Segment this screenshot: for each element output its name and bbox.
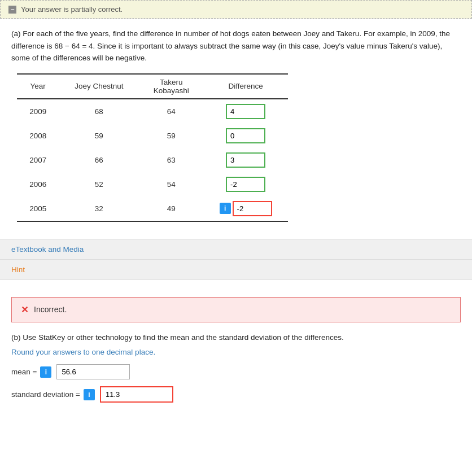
partial-correct-text: Your answer is partially correct. xyxy=(21,5,123,14)
cell-year: 2009 xyxy=(17,99,59,124)
table-row: 20065254 xyxy=(17,172,288,196)
cell-diff xyxy=(203,172,288,196)
section-a-instruction: (a) For each of the five years, find the… xyxy=(11,28,461,64)
cell-takeru: 59 xyxy=(139,124,203,148)
col-header-takeru: TakeruKobayashi xyxy=(139,74,203,99)
mean-label: mean = xyxy=(11,368,37,376)
diff-input-2007[interactable] xyxy=(226,152,265,168)
minus-icon: − xyxy=(8,6,16,14)
sd-input[interactable] xyxy=(100,386,173,403)
section-b-instruction: (b) Use StatKey or other technology to f… xyxy=(11,331,461,344)
diff-info-button[interactable]: i xyxy=(220,203,231,214)
col-header-year: Year xyxy=(17,74,59,99)
cell-diff: i xyxy=(203,196,288,221)
cell-year: 2007 xyxy=(17,148,59,172)
diff-input-2005[interactable] xyxy=(233,201,272,216)
cell-year: 2006 xyxy=(17,172,59,196)
incorrect-banner: ✕ Incorrect. xyxy=(11,297,461,322)
cell-takeru: 54 xyxy=(139,172,203,196)
sd-info-button[interactable]: i xyxy=(84,389,95,400)
table-row: 20053249i xyxy=(17,196,288,221)
diff-input-2008[interactable] xyxy=(226,128,265,143)
mean-input[interactable] xyxy=(56,364,130,379)
partial-correct-banner: − Your answer is partially correct. xyxy=(0,0,472,19)
sd-label: standard deviation = xyxy=(11,390,80,399)
data-table: Year Joey Chestnut TakeruKobayashi Diffe… xyxy=(17,73,288,222)
cell-joey: 66 xyxy=(59,148,139,172)
round-instruction: Round your answers to one decimal place. xyxy=(11,348,461,356)
cell-diff xyxy=(203,148,288,172)
cell-joey: 52 xyxy=(59,172,139,196)
cell-joey: 32 xyxy=(59,196,139,221)
mean-info-button[interactable]: i xyxy=(40,366,51,378)
diff-input-2006[interactable] xyxy=(226,177,265,192)
cell-diff xyxy=(203,124,288,148)
cell-diff xyxy=(203,99,288,124)
diff-input-2009[interactable] xyxy=(226,104,265,119)
cell-joey: 59 xyxy=(59,124,139,148)
table-row: 20076663 xyxy=(17,148,288,172)
cell-joey: 68 xyxy=(59,99,139,124)
cell-takeru: 63 xyxy=(139,148,203,172)
x-icon: ✕ xyxy=(21,304,28,315)
incorrect-text: Incorrect. xyxy=(34,305,67,314)
sd-row: standard deviation = i xyxy=(11,386,461,403)
cell-year: 2008 xyxy=(17,124,59,148)
table-row: 20085959 xyxy=(17,124,288,148)
hint-bar[interactable]: Hint xyxy=(0,260,472,280)
col-header-diff: Difference xyxy=(203,74,288,99)
col-header-joey: Joey Chestnut xyxy=(59,74,139,99)
section-b: (b) Use StatKey or other technology to f… xyxy=(0,322,472,416)
etextbook-media-bar[interactable]: eTextbook and Media xyxy=(0,239,472,260)
mean-row: mean = i xyxy=(11,364,461,379)
cell-takeru: 49 xyxy=(139,196,203,221)
cell-takeru: 64 xyxy=(139,99,203,124)
table-row: 20096864 xyxy=(17,99,288,124)
etextbook-label: eTextbook and Media xyxy=(11,245,84,254)
hint-label: Hint xyxy=(11,265,25,274)
cell-year: 2005 xyxy=(17,196,59,221)
section-a: (a) For each of the five years, find the… xyxy=(0,19,472,228)
